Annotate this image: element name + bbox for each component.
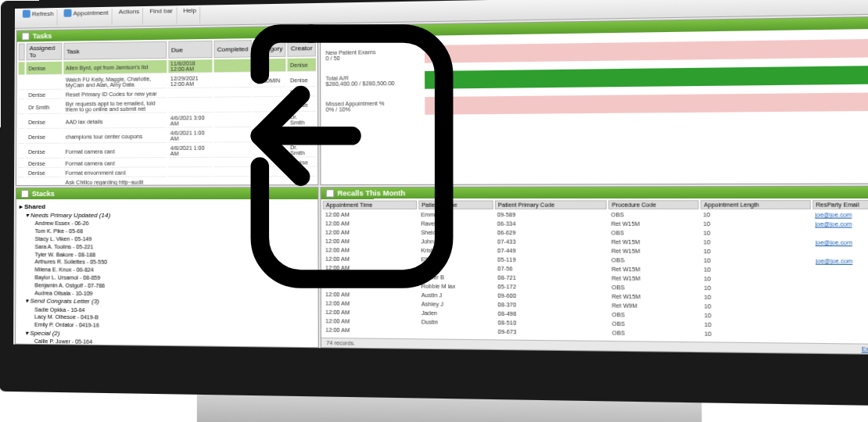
recalls-title: Recalls This Month	[338, 189, 406, 197]
stacks-header: Stacks 📌×	[16, 188, 317, 199]
tasks-panel: Tasks 📌× Assigned ToTaskDueCompletedCate…	[16, 25, 318, 186]
column-header[interactable]: Category	[253, 39, 286, 57]
ribbon-group-find: Find bar	[146, 7, 177, 24]
chart-bar	[425, 66, 868, 89]
export-link[interactable]: Export	[862, 346, 868, 352]
table-row[interactable]: Denisechampions tour center coupons4/6/2…	[18, 128, 316, 144]
monthly-panel: Monthly Practice 📌× New Patient Exams0 /…	[320, 16, 868, 185]
table-row[interactable]: DeniseFormat camera cardDenise	[18, 159, 316, 168]
table-row[interactable]: 12:00 AMEli L. And05-119OBS10joe@joe.com	[323, 256, 868, 266]
column-header[interactable]: Task	[63, 41, 167, 60]
email-link[interactable]: joe@joe.com	[815, 212, 852, 218]
actions-button[interactable]: Actions	[119, 8, 139, 15]
appointment-button[interactable]: Appointment	[64, 9, 109, 17]
chart-body: New Patient Exams0 / 50Total A/R$280,400…	[321, 28, 868, 184]
tree-root[interactable]: ▸ Shared	[20, 202, 314, 211]
email-link[interactable]: joe@joe.com	[816, 239, 852, 245]
chart-row: Missed Appointment %0% / 10%	[326, 89, 868, 119]
table-row[interactable]: DeniseFormat camera card4/8/2021 1:00 AM…	[18, 144, 316, 159]
chart-bar	[425, 38, 868, 63]
tree-leaf[interactable]: Sara A. Toolins - 05-221	[34, 243, 314, 252]
panel-icon	[325, 27, 333, 35]
column-header[interactable]: Patient Primary Code	[494, 200, 606, 209]
chart-bar	[425, 92, 868, 115]
refresh-button[interactable]: Refresh	[23, 9, 54, 18]
refresh-icon	[23, 10, 30, 18]
tree-group[interactable]: ▾ Needs Primary Updated (14)	[26, 211, 315, 220]
column-header[interactable]: ResParty Email	[812, 200, 868, 209]
email-link[interactable]: joe@joe.com	[816, 258, 852, 264]
stacks-tree[interactable]: ▸ Shared▾ Needs Primary Updated (14)Andr…	[16, 199, 318, 348]
find-button[interactable]: Find bar	[149, 7, 173, 15]
chart-label: New Patient Exams0 / 50	[325, 48, 425, 61]
panel-icon	[21, 190, 29, 198]
tasks-title: Tasks	[33, 32, 52, 40]
table-row[interactable]: DeniseAAD lax details4/6/2021 3:00 AMDr.…	[18, 113, 316, 129]
column-header[interactable]: Appointment Time	[323, 201, 417, 209]
stacks-title: Stacks	[32, 190, 55, 198]
recalls-header: Recalls This Month 📌×	[321, 187, 868, 199]
monitor-frame: Refresh Appointment Actions Find bar Hel…	[0, 0, 868, 422]
column-header[interactable]	[19, 43, 25, 60]
panel-icon	[22, 32, 30, 40]
column-header[interactable]: Creator	[288, 39, 316, 57]
table-row[interactable]: 12:00 AMJohn K.07-433Ret W15M10joe@joe.c…	[323, 238, 868, 246]
tree-leaf[interactable]: Andrew Essex - 06-26	[35, 220, 315, 227]
ribbon-group-actions: Actions	[116, 8, 144, 25]
stacks-panel: Stacks 📌× ▸ Shared▾ Needs Primary Update…	[15, 187, 319, 348]
table-row[interactable]: DeniseAllen Byrd, opt from Jamison's lis…	[19, 58, 316, 75]
record-count: 74 records.	[326, 340, 355, 346]
table-row[interactable]: 12:00 AMSheldon06-629OBS10	[323, 229, 868, 238]
monthly-title: Monthly Practice	[337, 27, 396, 35]
panel-icon	[326, 189, 335, 197]
calendar-icon	[64, 9, 72, 17]
column-header[interactable]: Patient Name	[418, 200, 493, 209]
column-header[interactable]: Procedure Code	[608, 200, 699, 209]
table-row[interactable]: 12:00 AMKristal H07-449Ret W15M10	[323, 246, 868, 256]
table-row[interactable]: Dr SmithByr requests appt to be emailed,…	[18, 98, 316, 114]
ribbon-group-help: Help	[180, 7, 200, 24]
column-header[interactable]: Completed	[214, 40, 252, 58]
ribbon-group-tools: Appointment	[61, 9, 113, 26]
chart-label: Missed Appointment %0% / 10%	[326, 100, 425, 113]
recalls-table[interactable]: Appointment TimePatient NamePatient Prim…	[321, 198, 868, 342]
column-header[interactable]: Due	[168, 41, 213, 59]
column-header[interactable]: Assigned To	[27, 43, 63, 61]
table-row[interactable]: 12:00 AMRaven N06-334Ret W15M10joe@joe.c…	[323, 220, 868, 227]
table-row[interactable]: 12:00 AMEmma K09-589OBS10joe@joe.com	[323, 211, 868, 219]
chart-row: Total A/R$280,400.00 / $280,500.00	[325, 62, 868, 93]
email-link[interactable]: joe@joe.com	[816, 221, 852, 227]
tasks-table[interactable]: Assigned ToTaskDueCompletedCategoryCreat…	[16, 38, 317, 185]
ribbon-group-module: Refresh	[20, 9, 58, 27]
table-row[interactable]: DeniseAsk Chillco regarding http~audit r…	[18, 178, 316, 185]
column-header[interactable]: Appointment Length	[701, 200, 811, 209]
recalls-panel: Recalls This Month 📌× Appointment TimePa…	[320, 186, 868, 356]
table-row[interactable]: Watch FU Kelly, Maggie, Charlotte, MyCai…	[19, 73, 316, 91]
chart-label: Total A/R$280,400.00 / $280,500.00	[325, 74, 425, 87]
help-button[interactable]: Help	[183, 7, 196, 14]
table-row[interactable]: DeniseFormat envornment cardDenise	[18, 169, 316, 177]
